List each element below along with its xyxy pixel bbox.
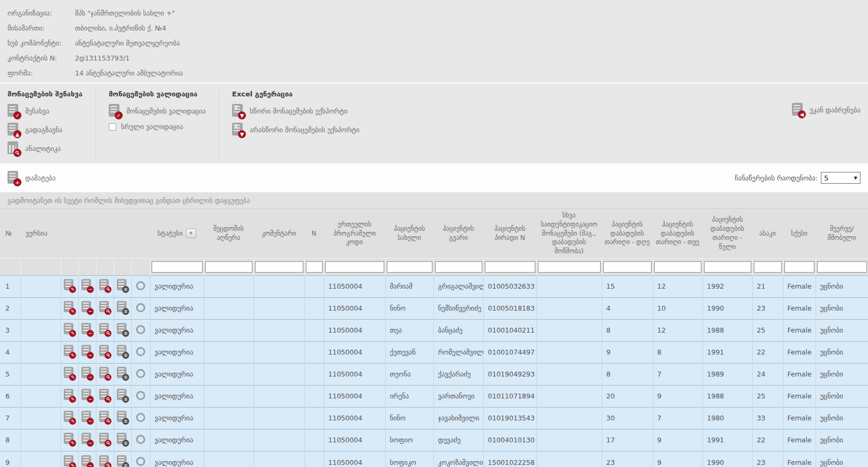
details-row-icon[interactable]: ≡	[117, 323, 128, 336]
delete-row-icon[interactable]: −	[81, 455, 93, 467]
view-row-icon[interactable]	[99, 389, 110, 402]
row-radio[interactable]	[136, 325, 145, 334]
delete-row-icon[interactable]: −	[81, 301, 93, 314]
row-birth-year: 1980	[702, 407, 752, 429]
edit-row-icon[interactable]: ✎	[64, 301, 75, 314]
delete-row-icon[interactable]: −	[81, 411, 93, 424]
row-version	[20, 451, 61, 467]
filter-input-last-name[interactable]	[435, 261, 482, 273]
full-validation-option[interactable]: სრული ვალიდაცია	[109, 123, 206, 131]
filter-input-first-name[interactable]	[387, 261, 432, 273]
row-radio[interactable]	[136, 391, 145, 400]
view-row-icon[interactable]	[99, 367, 110, 380]
delete-row-icon[interactable]: −	[81, 345, 93, 358]
row-age: 21	[752, 275, 783, 297]
row-unit-code: 11050004	[324, 297, 385, 319]
row-unit-code: 11050004	[324, 363, 385, 385]
view-row-icon[interactable]	[99, 411, 110, 424]
export-valid-button[interactable]: X▼ სწორი მონაცემების ექსპორტი	[232, 104, 360, 118]
details-row-icon[interactable]: ≡	[117, 301, 128, 314]
details-row-icon[interactable]: ≡	[117, 345, 128, 358]
view-row-icon[interactable]	[99, 455, 110, 467]
edit-row-icon[interactable]: ✎	[64, 279, 75, 292]
row-radio[interactable]	[136, 413, 145, 422]
full-validation-checkbox[interactable]	[109, 123, 116, 131]
edit-row-icon[interactable]: ✎	[64, 345, 75, 358]
details-row-icon[interactable]: ≡	[117, 389, 128, 402]
col-details	[114, 209, 131, 258]
row-status: ვალიდურია	[150, 451, 204, 467]
row-number: 6	[0, 385, 20, 407]
row-version	[20, 407, 61, 429]
filter-input-sex[interactable]	[784, 261, 814, 273]
filter-input-other-id[interactable]	[538, 261, 601, 273]
row-last-name: ჯავახიშვილი	[433, 407, 483, 429]
delete-row-icon[interactable]: −	[81, 367, 93, 380]
filter-input-error-description[interactable]	[205, 261, 252, 273]
analytics-button[interactable]: ანალიტიკა	[8, 141, 83, 156]
row-radio[interactable]	[136, 435, 145, 444]
row-version	[20, 385, 61, 407]
row-radio[interactable]	[136, 369, 145, 378]
row-radio[interactable]	[136, 347, 145, 356]
send-button[interactable]: ▲ გადაგზავნა	[8, 123, 83, 137]
validate-button[interactable]: ✓ მონაცემების ვალიდაცია	[109, 104, 206, 118]
delete-row-icon[interactable]: −	[81, 433, 93, 446]
view-row-icon[interactable]	[99, 323, 110, 336]
row-birth-month: 8	[653, 341, 702, 363]
address-label: მისამართი:	[8, 24, 75, 32]
view-row-icon[interactable]	[99, 433, 110, 446]
records-count-select[interactable]: 5 ▼	[821, 172, 860, 184]
details-row-icon[interactable]: ≡	[117, 367, 128, 380]
form-value: 14 ანტენატალური ამბულატორია	[75, 69, 183, 77]
info-row-address: მისამართი: თბილისი, ი.პეტრიწის ქ. №4	[8, 20, 868, 35]
magnifier-icon	[104, 396, 111, 403]
details-row-icon[interactable]: ≡	[117, 455, 128, 467]
filter-input-birth-month[interactable]	[654, 261, 701, 273]
row-sex: Female	[783, 429, 815, 451]
edit-row-icon[interactable]: ✎	[64, 389, 75, 402]
row-radio[interactable]	[136, 281, 145, 290]
row-age: 25	[752, 319, 783, 341]
filter-input-birth-year[interactable]	[704, 261, 751, 273]
header-info: ორგანიზაცია: შპს "ჯანმრთელობის სახლი +" …	[0, 0, 868, 82]
filter-input-unit-code[interactable]	[325, 261, 384, 273]
edit-row-icon[interactable]: ✎	[64, 323, 75, 336]
details-row-icon[interactable]: ≡	[117, 279, 128, 292]
filter-input-comment[interactable]	[255, 261, 303, 273]
add-button[interactable]: + დამატება	[8, 171, 56, 185]
back-button[interactable]: ◀ უკან დაბრუნება	[792, 103, 860, 117]
delete-row-icon[interactable]: −	[81, 389, 93, 402]
delete-row-icon[interactable]: −	[81, 323, 93, 336]
edit-row-icon[interactable]: ✎	[64, 433, 75, 446]
excel-export-icon: X▼	[232, 104, 245, 118]
filter-input-age[interactable]	[754, 261, 782, 273]
view-row-icon[interactable]	[99, 345, 110, 358]
details-row-icon[interactable]: ≡	[117, 411, 128, 424]
filter-input-guardian[interactable]	[817, 261, 867, 273]
row-radio[interactable]	[136, 457, 145, 466]
row-other-id	[536, 319, 602, 341]
filter-input-status[interactable]	[152, 261, 203, 273]
edit-row-icon[interactable]: ✎	[64, 455, 75, 467]
view-row-icon[interactable]	[99, 279, 110, 292]
filter-input-birth-day[interactable]	[603, 261, 652, 273]
filter-input-personal-n[interactable]	[485, 261, 535, 273]
edit-row-icon[interactable]: ✎	[64, 411, 75, 424]
col-birth-day: პაციენტის დაბადების თარიღი - დღე	[602, 209, 653, 258]
row-birth-year: 1991	[702, 341, 752, 363]
row-birth-month: 9	[653, 429, 702, 451]
row-personal-n: 01019049293	[483, 363, 536, 385]
export-invalid-button[interactable]: X▼ არასწორი მონაცემების ექსპორტი	[232, 123, 360, 137]
table-row: 6 ✎ − ≡ ვალიდურია 11050004 ირენა ვართანო…	[0, 385, 868, 407]
delete-row-icon[interactable]: −	[81, 279, 93, 292]
row-radio[interactable]	[136, 303, 145, 312]
details-row-icon[interactable]: ≡	[117, 433, 128, 446]
view-row-icon[interactable]	[99, 301, 110, 314]
row-first-name: თეონა	[385, 363, 433, 385]
status-filter-button[interactable]: ▼	[186, 229, 196, 238]
save-button[interactable]: ✓ შენახვა	[8, 104, 83, 118]
edit-row-icon[interactable]: ✎	[64, 367, 75, 380]
filter-input-n[interactable]	[306, 261, 323, 273]
table-row: 7 ✎ − ≡ ვალიდურია 11050004 ნინო ჯავახიშვ…	[0, 407, 868, 429]
